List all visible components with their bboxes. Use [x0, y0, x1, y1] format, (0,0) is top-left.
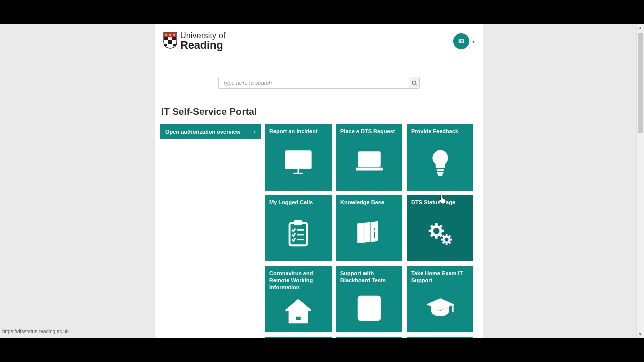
tile-learning-capture[interactable]: Learning Capture	[407, 337, 473, 338]
svg-rect-2	[172, 37, 176, 40]
svg-point-52	[362, 307, 364, 309]
gears-icon	[411, 206, 469, 261]
svg-point-50	[362, 301, 364, 303]
tile-grid: Report an Incident Place a DTS Request	[265, 124, 478, 338]
tile-label: Report an Incident	[269, 128, 328, 135]
svg-rect-24	[358, 223, 364, 243]
svg-rect-4	[164, 44, 167, 46]
svg-rect-20	[294, 220, 302, 225]
scroll-down-icon[interactable]: ▼	[637, 330, 644, 338]
search-wrap	[218, 77, 420, 89]
letterbox-top	[0, 0, 644, 24]
tile-new-request-for-change[interactable]: New Request For Change	[336, 337, 403, 338]
viewport: University of Reading IB ▾	[0, 0, 644, 362]
main-panel: University of Reading IB ▾	[155, 24, 483, 338]
user-menu[interactable]: IB ▾	[453, 33, 475, 49]
svg-line-7	[415, 84, 417, 85]
svg-rect-17	[437, 172, 443, 173]
tile-dts-status-page[interactable]: DTS Status Page	[407, 195, 473, 261]
content: Open authorization overview › Report an …	[160, 124, 478, 338]
svg-point-6	[412, 81, 416, 84]
tile-label: Knowledge Base	[340, 199, 398, 206]
avatar: IB	[453, 33, 469, 49]
svg-rect-3	[168, 40, 172, 44]
browser-content: University of Reading IB ▾	[0, 24, 644, 338]
header: University of Reading IB ▾	[160, 29, 478, 53]
svg-point-47	[296, 309, 301, 314]
brand-text: University of Reading	[180, 32, 226, 51]
tile-take-home-exam[interactable]: Take Home Exam IT Support	[407, 266, 473, 332]
tile-label: DTS Status Page	[411, 199, 469, 206]
tile-provide-feedback[interactable]: Provide Feedback	[407, 124, 473, 191]
page-title: IT Self-Service Portal	[161, 106, 478, 117]
lightbulb-icon	[411, 135, 469, 191]
tile-label: Provide Feedback	[411, 128, 469, 135]
svg-line-34	[431, 225, 433, 227]
open-authorization-button[interactable]: Open authorization overview ›	[160, 124, 261, 139]
svg-rect-12	[356, 168, 383, 171]
svg-point-38	[444, 237, 450, 243]
svg-rect-5	[173, 44, 176, 46]
scrollbar-thumb[interactable]	[638, 33, 643, 133]
svg-rect-16	[437, 169, 444, 171]
list-icon	[340, 284, 398, 333]
svg-line-37	[440, 225, 442, 227]
chevron-right-icon: ›	[254, 129, 256, 135]
tile-shortcuts[interactable]: Shortcuts	[265, 337, 332, 338]
laptop-globe-icon	[340, 135, 398, 191]
books-info-icon	[340, 206, 398, 261]
letterbox-bottom	[0, 338, 644, 362]
university-shield-icon	[163, 32, 177, 49]
search-row	[160, 77, 478, 89]
graduation-cap-icon	[411, 284, 469, 333]
svg-line-45	[443, 242, 444, 243]
tile-coronavirus-remote[interactable]: Coronavirus and Remote Working Informati…	[265, 266, 332, 332]
tile-label: Support with Blackboard Tests	[340, 270, 398, 284]
svg-rect-18	[438, 174, 442, 176]
svg-line-46	[449, 236, 450, 237]
svg-line-36	[431, 234, 433, 236]
svg-line-43	[443, 236, 444, 237]
clipboard-check-icon	[269, 206, 328, 261]
svg-marker-56	[427, 298, 454, 310]
svg-point-29	[432, 226, 441, 235]
search-button[interactable]	[409, 77, 420, 89]
home-worker-icon	[269, 291, 328, 332]
avatar-initials: IB	[458, 38, 464, 45]
tile-report-incident[interactable]: Report an Incident	[265, 124, 332, 191]
monitor-bolt-icon	[269, 135, 328, 191]
tile-place-dts-request[interactable]: Place a DTS Request	[336, 124, 403, 191]
vertical-scrollbar[interactable]: ▲ ▼	[636, 24, 644, 338]
tile-label: My Logged Calls	[269, 199, 328, 206]
tile-label: Coronavirus and Remote Working Informati…	[269, 270, 328, 291]
svg-rect-48	[296, 316, 301, 320]
tile-label: Place a DTS Request	[340, 128, 398, 135]
status-bar-link: https://dtsstatus.reading.ac.uk	[2, 329, 69, 334]
brand-line2: Reading	[180, 40, 226, 51]
svg-point-27	[374, 228, 376, 230]
svg-rect-25	[364, 222, 370, 242]
tile-my-logged-calls[interactable]: My Logged Calls	[265, 195, 332, 261]
chevron-down-icon: ▾	[472, 39, 475, 44]
tile-label: Take Home Exam IT Support	[411, 270, 469, 284]
svg-point-54	[362, 313, 364, 315]
svg-rect-28	[374, 231, 376, 238]
tile-knowledge-base[interactable]: Knowledge Base	[336, 195, 403, 261]
svg-rect-1	[164, 37, 168, 40]
tile-blackboard-tests[interactable]: Support with Blackboard Tests	[336, 266, 403, 332]
open-authorization-label: Open authorization overview	[165, 129, 240, 135]
scroll-up-icon[interactable]: ▲	[637, 24, 644, 32]
svg-line-35	[440, 234, 442, 236]
search-icon	[412, 80, 417, 86]
svg-line-44	[449, 242, 450, 243]
brand[interactable]: University of Reading	[163, 32, 226, 51]
search-input[interactable]	[218, 77, 409, 89]
